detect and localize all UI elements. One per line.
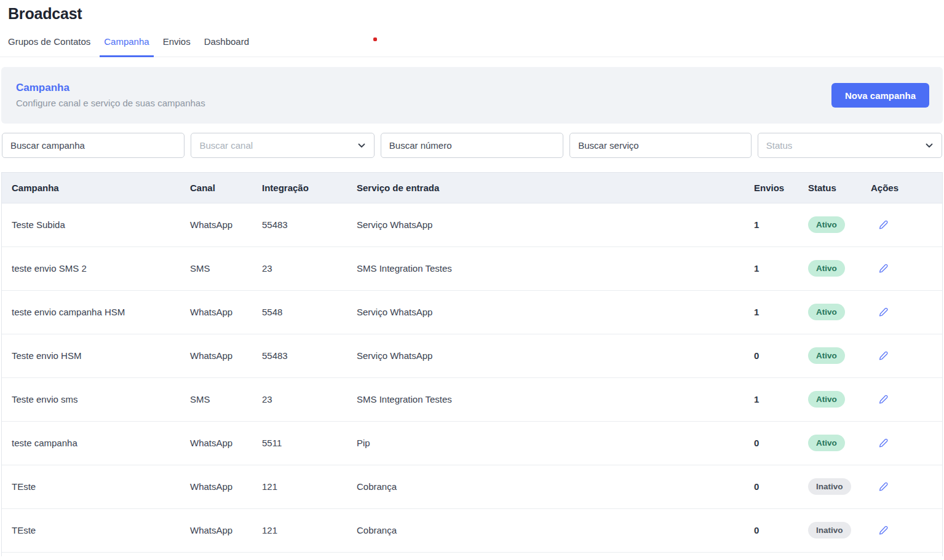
column-header-acoes: Ações — [870, 173, 942, 203]
edit-pencil-icon — [878, 306, 889, 317]
entry-service-value: Cobrança — [357, 525, 397, 535]
table-header-row: Campanha Canal Integração Serviço de ent… — [2, 173, 942, 203]
integration-value: 55483 — [262, 219, 288, 230]
edit-button[interactable] — [877, 261, 890, 275]
table-row: teste campanha WhatsApp 5511 Pip 0 Ativo — [2, 421, 942, 465]
entry-service-value: Pip — [357, 438, 370, 448]
tab-envios[interactable]: Envios — [159, 36, 195, 57]
status-badge: Inativo — [808, 478, 851, 495]
search-channel-select[interactable]: Buscar canal — [191, 133, 374, 158]
status-badge: Ativo — [808, 391, 845, 408]
campaigns-table: Campanha Canal Integração Serviço de ent… — [1, 172, 943, 556]
table-body: Teste Subida WhatsApp 55483 Serviço What… — [2, 203, 942, 552]
edit-pencil-icon — [878, 350, 889, 361]
integration-value: 121 — [262, 481, 277, 492]
campaign-name: Teste envio sms — [12, 394, 78, 404]
campaign-name: TEste — [12, 481, 36, 492]
column-header-status: Status — [806, 173, 870, 203]
entry-service-value: Serviço WhatsApp — [357, 307, 432, 317]
panel-subtitle: Configure canal e serviço de suas campan… — [16, 98, 928, 108]
campaign-name: teste envio SMS 2 — [12, 263, 87, 274]
campaign-name: Teste envio HSM — [12, 350, 81, 361]
page-title: Broadcast — [8, 5, 944, 23]
edit-button[interactable] — [877, 523, 890, 537]
entry-service-value: Serviço WhatsApp — [357, 219, 432, 230]
chevron-down-icon — [357, 141, 366, 150]
entry-service-value: Serviço WhatsApp — [357, 350, 432, 361]
status-badge: Ativo — [808, 435, 845, 452]
sends-count: 1 — [754, 394, 759, 404]
edit-button[interactable] — [877, 436, 890, 449]
channel-value: WhatsApp — [190, 307, 232, 317]
campaign-name: teste campanha — [12, 438, 77, 448]
campaign-panel: Campanha Configure canal e serviço de su… — [1, 67, 943, 124]
entry-service-value: SMS Integration Testes — [357, 394, 452, 404]
edit-button[interactable] — [877, 218, 890, 231]
campaign-name: teste envio campanha HSM — [12, 307, 125, 317]
campaign-name: Teste Subida — [12, 219, 65, 230]
channel-value: WhatsApp — [190, 219, 232, 230]
status-badge: Ativo — [808, 347, 845, 365]
filter-bar: Buscar canal Status — [2, 133, 942, 158]
edit-button[interactable] — [877, 479, 890, 493]
search-number-input[interactable] — [381, 133, 563, 158]
channel-value: WhatsApp — [190, 525, 232, 535]
search-campaign-input[interactable] — [2, 133, 184, 158]
status-badge: Inativo — [808, 522, 851, 539]
status-badge: Ativo — [808, 216, 845, 234]
chevron-down-icon — [925, 141, 934, 150]
column-header-servico: Serviço de entrada — [347, 173, 744, 203]
table-row: Teste envio HSM WhatsApp 55483 Serviço W… — [2, 334, 942, 377]
status-badge: Ativo — [808, 260, 845, 277]
edit-button[interactable] — [877, 392, 890, 406]
status-filter-select[interactable]: Status — [758, 133, 942, 158]
channel-value: WhatsApp — [190, 350, 232, 361]
edit-button[interactable] — [877, 305, 890, 318]
column-header-canal: Canal — [180, 173, 252, 203]
edit-pencil-icon — [878, 524, 889, 535]
integration-value: 23 — [262, 394, 272, 404]
sends-count: 0 — [754, 481, 759, 492]
integration-value: 121 — [262, 525, 277, 535]
edit-pencil-icon — [878, 262, 889, 274]
sends-count: 1 — [754, 263, 759, 274]
table-row: TEste WhatsApp 121 Cobrança 0 Inativo — [2, 508, 942, 552]
sends-count: 0 — [754, 438, 759, 448]
sends-count: 0 — [754, 525, 759, 535]
status-badge: Ativo — [808, 304, 845, 321]
table-row: Teste Subida WhatsApp 55483 Serviço What… — [2, 203, 942, 246]
new-campaign-button[interactable]: Nova campanha — [831, 83, 929, 108]
table-row: teste envio campanha HSM WhatsApp 5548 S… — [2, 290, 942, 334]
panel-title: Campanha — [16, 82, 928, 94]
table-row: Teste envio sms SMS 23 SMS Integration T… — [2, 377, 942, 421]
channel-value: WhatsApp — [190, 481, 232, 492]
edit-button[interactable] — [877, 349, 890, 362]
edit-pencil-icon — [878, 393, 889, 404]
column-header-envios: Envios — [744, 173, 806, 203]
column-header-campanha: Campanha — [2, 173, 180, 203]
tab-campanha[interactable]: Campanha — [100, 36, 153, 57]
table-row: TEste WhatsApp 121 Cobrança 0 Inativo — [2, 465, 942, 508]
channel-value: SMS — [190, 394, 210, 404]
status-filter-placeholder: Status — [766, 140, 793, 151]
sends-count: 1 — [754, 219, 759, 230]
integration-value: 55483 — [262, 350, 288, 361]
sends-count: 0 — [754, 350, 759, 361]
edit-pencil-icon — [878, 481, 889, 492]
integration-value: 23 — [262, 263, 272, 274]
red-marker-dot — [373, 37, 377, 41]
edit-pencil-icon — [878, 219, 889, 230]
sends-count: 1 — [754, 307, 759, 317]
edit-pencil-icon — [878, 437, 889, 448]
tab-dashboard[interactable]: Dashboard — [200, 36, 253, 57]
integration-value: 5548 — [262, 307, 282, 317]
entry-service-value: Cobrança — [357, 481, 397, 492]
entry-service-value: SMS Integration Testes — [357, 263, 452, 274]
table-row: teste envio SMS 2 SMS 23 SMS Integration… — [2, 246, 942, 290]
tab-bar: Grupos de Contatos Campanha Envios Dashb… — [0, 36, 944, 57]
campaign-name: TEste — [12, 525, 36, 535]
partial-next-row — [2, 553, 942, 556]
search-channel-placeholder: Buscar canal — [199, 140, 253, 151]
search-service-input[interactable] — [569, 133, 752, 158]
tab-grupos-de-contatos[interactable]: Grupos de Contatos — [4, 36, 95, 57]
